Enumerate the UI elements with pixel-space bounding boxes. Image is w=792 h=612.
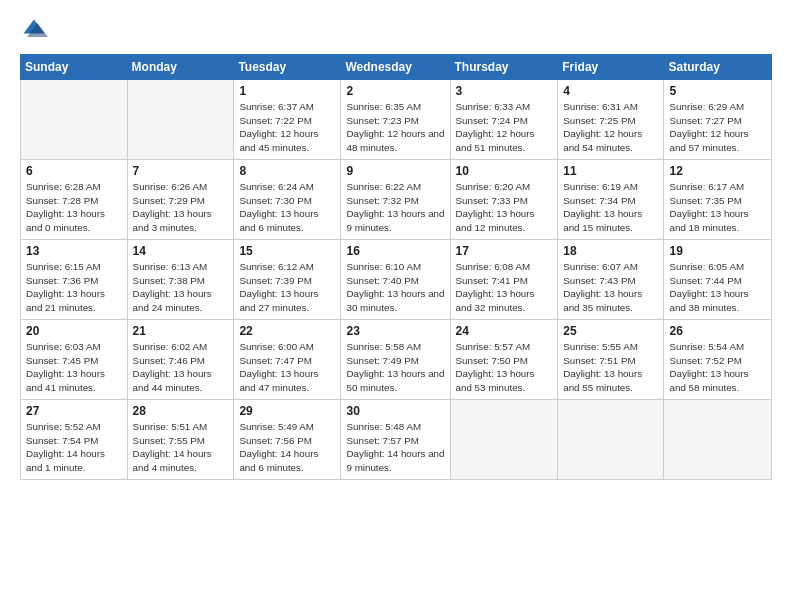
calendar-cell: [21, 80, 128, 160]
day-detail: Sunrise: 6:17 AMSunset: 7:35 PMDaylight:…: [669, 180, 766, 235]
calendar-header-row: SundayMondayTuesdayWednesdayThursdayFrid…: [21, 55, 772, 80]
day-number: 11: [563, 164, 658, 178]
calendar-cell: 3Sunrise: 6:33 AMSunset: 7:24 PMDaylight…: [450, 80, 558, 160]
day-number: 16: [346, 244, 444, 258]
day-detail: Sunrise: 5:49 AMSunset: 7:56 PMDaylight:…: [239, 420, 335, 475]
day-detail: Sunrise: 6:00 AMSunset: 7:47 PMDaylight:…: [239, 340, 335, 395]
calendar-cell: 8Sunrise: 6:24 AMSunset: 7:30 PMDaylight…: [234, 160, 341, 240]
day-number: 21: [133, 324, 229, 338]
day-detail: Sunrise: 6:33 AMSunset: 7:24 PMDaylight:…: [456, 100, 553, 155]
day-detail: Sunrise: 6:07 AMSunset: 7:43 PMDaylight:…: [563, 260, 658, 315]
calendar-cell: [127, 80, 234, 160]
day-number: 18: [563, 244, 658, 258]
calendar-cell: 19Sunrise: 6:05 AMSunset: 7:44 PMDayligh…: [664, 240, 772, 320]
day-number: 26: [669, 324, 766, 338]
day-detail: Sunrise: 6:05 AMSunset: 7:44 PMDaylight:…: [669, 260, 766, 315]
day-number: 13: [26, 244, 122, 258]
day-detail: Sunrise: 6:28 AMSunset: 7:28 PMDaylight:…: [26, 180, 122, 235]
day-detail: Sunrise: 6:35 AMSunset: 7:23 PMDaylight:…: [346, 100, 444, 155]
logo-icon: [20, 16, 48, 44]
day-detail: Sunrise: 6:19 AMSunset: 7:34 PMDaylight:…: [563, 180, 658, 235]
calendar-cell: 15Sunrise: 6:12 AMSunset: 7:39 PMDayligh…: [234, 240, 341, 320]
day-detail: Sunrise: 6:10 AMSunset: 7:40 PMDaylight:…: [346, 260, 444, 315]
day-number: 15: [239, 244, 335, 258]
day-number: 30: [346, 404, 444, 418]
col-header-sunday: Sunday: [21, 55, 128, 80]
day-number: 25: [563, 324, 658, 338]
day-detail: Sunrise: 5:52 AMSunset: 7:54 PMDaylight:…: [26, 420, 122, 475]
calendar-cell: 12Sunrise: 6:17 AMSunset: 7:35 PMDayligh…: [664, 160, 772, 240]
day-detail: Sunrise: 5:54 AMSunset: 7:52 PMDaylight:…: [669, 340, 766, 395]
day-number: 12: [669, 164, 766, 178]
calendar-cell: 6Sunrise: 6:28 AMSunset: 7:28 PMDaylight…: [21, 160, 128, 240]
calendar-table: SundayMondayTuesdayWednesdayThursdayFrid…: [20, 54, 772, 480]
day-detail: Sunrise: 6:26 AMSunset: 7:29 PMDaylight:…: [133, 180, 229, 235]
calendar-cell: 23Sunrise: 5:58 AMSunset: 7:49 PMDayligh…: [341, 320, 450, 400]
day-number: 6: [26, 164, 122, 178]
week-row-2: 6Sunrise: 6:28 AMSunset: 7:28 PMDaylight…: [21, 160, 772, 240]
day-number: 19: [669, 244, 766, 258]
day-detail: Sunrise: 5:51 AMSunset: 7:55 PMDaylight:…: [133, 420, 229, 475]
calendar-cell: 29Sunrise: 5:49 AMSunset: 7:56 PMDayligh…: [234, 400, 341, 480]
calendar-cell: 25Sunrise: 5:55 AMSunset: 7:51 PMDayligh…: [558, 320, 664, 400]
calendar-cell: 14Sunrise: 6:13 AMSunset: 7:38 PMDayligh…: [127, 240, 234, 320]
calendar-cell: 10Sunrise: 6:20 AMSunset: 7:33 PMDayligh…: [450, 160, 558, 240]
day-number: 27: [26, 404, 122, 418]
day-number: 1: [239, 84, 335, 98]
day-detail: Sunrise: 6:20 AMSunset: 7:33 PMDaylight:…: [456, 180, 553, 235]
day-detail: Sunrise: 5:48 AMSunset: 7:57 PMDaylight:…: [346, 420, 444, 475]
calendar-cell: 1Sunrise: 6:37 AMSunset: 7:22 PMDaylight…: [234, 80, 341, 160]
header: [20, 16, 772, 44]
col-header-friday: Friday: [558, 55, 664, 80]
calendar-cell: 18Sunrise: 6:07 AMSunset: 7:43 PMDayligh…: [558, 240, 664, 320]
day-number: 2: [346, 84, 444, 98]
logo: [20, 16, 50, 44]
col-header-monday: Monday: [127, 55, 234, 80]
day-number: 24: [456, 324, 553, 338]
week-row-3: 13Sunrise: 6:15 AMSunset: 7:36 PMDayligh…: [21, 240, 772, 320]
day-number: 8: [239, 164, 335, 178]
calendar-cell: [558, 400, 664, 480]
day-number: 20: [26, 324, 122, 338]
calendar-cell: [664, 400, 772, 480]
day-detail: Sunrise: 6:03 AMSunset: 7:45 PMDaylight:…: [26, 340, 122, 395]
page: SundayMondayTuesdayWednesdayThursdayFrid…: [0, 0, 792, 612]
day-number: 10: [456, 164, 553, 178]
calendar-cell: 7Sunrise: 6:26 AMSunset: 7:29 PMDaylight…: [127, 160, 234, 240]
day-number: 9: [346, 164, 444, 178]
calendar-cell: 27Sunrise: 5:52 AMSunset: 7:54 PMDayligh…: [21, 400, 128, 480]
calendar-cell: 22Sunrise: 6:00 AMSunset: 7:47 PMDayligh…: [234, 320, 341, 400]
day-number: 22: [239, 324, 335, 338]
day-number: 29: [239, 404, 335, 418]
day-detail: Sunrise: 6:02 AMSunset: 7:46 PMDaylight:…: [133, 340, 229, 395]
calendar-cell: 9Sunrise: 6:22 AMSunset: 7:32 PMDaylight…: [341, 160, 450, 240]
day-detail: Sunrise: 6:37 AMSunset: 7:22 PMDaylight:…: [239, 100, 335, 155]
col-header-saturday: Saturday: [664, 55, 772, 80]
day-number: 7: [133, 164, 229, 178]
day-detail: Sunrise: 6:13 AMSunset: 7:38 PMDaylight:…: [133, 260, 229, 315]
col-header-tuesday: Tuesday: [234, 55, 341, 80]
calendar-cell: 17Sunrise: 6:08 AMSunset: 7:41 PMDayligh…: [450, 240, 558, 320]
day-number: 17: [456, 244, 553, 258]
day-number: 4: [563, 84, 658, 98]
day-detail: Sunrise: 5:55 AMSunset: 7:51 PMDaylight:…: [563, 340, 658, 395]
calendar-cell: 20Sunrise: 6:03 AMSunset: 7:45 PMDayligh…: [21, 320, 128, 400]
calendar-cell: 16Sunrise: 6:10 AMSunset: 7:40 PMDayligh…: [341, 240, 450, 320]
calendar-cell: 2Sunrise: 6:35 AMSunset: 7:23 PMDaylight…: [341, 80, 450, 160]
day-detail: Sunrise: 6:12 AMSunset: 7:39 PMDaylight:…: [239, 260, 335, 315]
col-header-wednesday: Wednesday: [341, 55, 450, 80]
day-number: 14: [133, 244, 229, 258]
calendar-cell: 11Sunrise: 6:19 AMSunset: 7:34 PMDayligh…: [558, 160, 664, 240]
col-header-thursday: Thursday: [450, 55, 558, 80]
day-detail: Sunrise: 6:08 AMSunset: 7:41 PMDaylight:…: [456, 260, 553, 315]
week-row-1: 1Sunrise: 6:37 AMSunset: 7:22 PMDaylight…: [21, 80, 772, 160]
day-detail: Sunrise: 5:57 AMSunset: 7:50 PMDaylight:…: [456, 340, 553, 395]
calendar-cell: 5Sunrise: 6:29 AMSunset: 7:27 PMDaylight…: [664, 80, 772, 160]
calendar-cell: 28Sunrise: 5:51 AMSunset: 7:55 PMDayligh…: [127, 400, 234, 480]
day-detail: Sunrise: 6:15 AMSunset: 7:36 PMDaylight:…: [26, 260, 122, 315]
day-detail: Sunrise: 6:22 AMSunset: 7:32 PMDaylight:…: [346, 180, 444, 235]
day-detail: Sunrise: 6:31 AMSunset: 7:25 PMDaylight:…: [563, 100, 658, 155]
calendar-cell: 4Sunrise: 6:31 AMSunset: 7:25 PMDaylight…: [558, 80, 664, 160]
calendar-cell: 21Sunrise: 6:02 AMSunset: 7:46 PMDayligh…: [127, 320, 234, 400]
day-number: 3: [456, 84, 553, 98]
